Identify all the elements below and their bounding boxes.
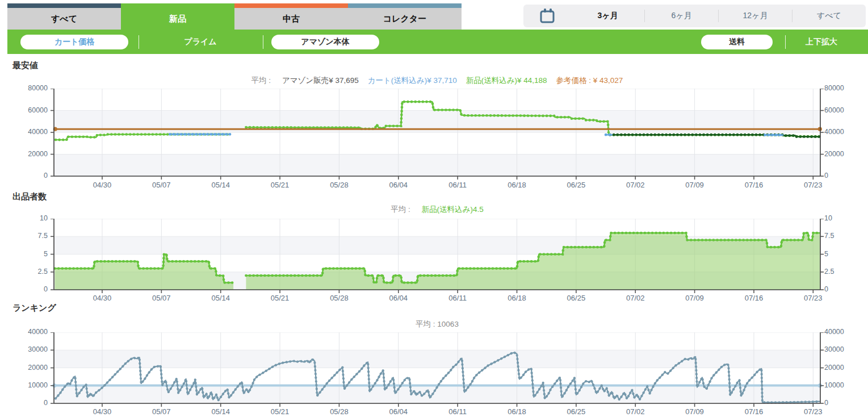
shipping-toggle[interactable]: 送料 <box>701 35 773 49</box>
y-axis-label: 80000 <box>8 84 48 92</box>
x-axis-label: 05/21 <box>257 294 303 302</box>
y-axis-label-right: 30000 <box>824 345 864 353</box>
y-axis-label: 10 <box>8 214 48 222</box>
tab-strip <box>234 3 348 8</box>
x-axis-label: 05/21 <box>257 407 303 416</box>
chart-plot <box>49 219 825 294</box>
x-axis-label: 04/30 <box>79 294 125 302</box>
y-axis-label-right: 5 <box>824 250 864 258</box>
legend-item: 平均 : 10063 <box>416 320 459 328</box>
y-axis-label: 40000 <box>8 328 48 336</box>
period-すべて[interactable]: すべて <box>792 11 866 21</box>
tab-新品[interactable]: 新品 <box>121 3 234 30</box>
x-axis-label: 07/16 <box>731 294 777 302</box>
x-axis-label: 05/07 <box>139 407 184 416</box>
x-axis-label: 05/28 <box>316 181 362 189</box>
x-axis-label: 05/14 <box>198 407 244 416</box>
y-axis-label-right: 0 <box>824 399 864 407</box>
x-axis-label: 07/09 <box>672 294 718 302</box>
y-axis-label-right: 2.5 <box>824 268 864 276</box>
y-axis-label: 30000 <box>8 345 48 353</box>
x-axis-label: 05/21 <box>257 181 303 189</box>
y-axis-label: 7.5 <box>8 232 48 240</box>
y-axis-label-right: 7.5 <box>824 232 864 240</box>
x-axis-label: 05/14 <box>198 181 244 189</box>
cart-price-toggle[interactable]: カート価格 <box>20 35 128 49</box>
x-axis-label: 06/25 <box>553 294 599 302</box>
period-3ヶ月[interactable]: 3ヶ月 <box>571 11 644 21</box>
chart-legend: 平均 : 10063 <box>54 319 820 330</box>
y-axis-label-right: 20000 <box>824 150 864 158</box>
legend-item: 平均 : <box>251 76 273 85</box>
chart-title: ランキング <box>12 303 56 314</box>
tab-strip <box>7 3 121 8</box>
x-axis-label: 06/11 <box>435 407 480 416</box>
divider <box>139 35 139 49</box>
y-axis-label-right: 10 <box>824 214 864 222</box>
chart-legend: 平均 : アマゾン販売¥ 37,695カート(送料込み)¥ 37,710新品(送… <box>54 76 820 86</box>
tab-label: すべて <box>7 8 121 30</box>
time-range-selector: 3ヶ月6ヶ月12ヶ月すべて <box>523 5 866 27</box>
x-axis-label: 06/18 <box>494 407 540 416</box>
x-axis-label: 07/09 <box>672 181 718 189</box>
amazon-toggle[interactable]: アマゾン本体 <box>271 35 379 49</box>
price-tracker-app: すべて新品中古コレクター 3ヶ月6ヶ月12ヶ月すべて カート価格プライムアマゾン… <box>0 0 868 417</box>
chart-legend: 平均 : 新品(送料込み)4.5 <box>54 205 820 215</box>
x-axis-label: 07/16 <box>731 407 777 416</box>
x-axis-label: 06/18 <box>494 294 540 302</box>
x-axis-label: 07/02 <box>613 407 658 416</box>
x-axis-label: 06/04 <box>376 407 421 416</box>
y-axis-label: 20000 <box>8 150 48 158</box>
series-toggle-bar: カート価格プライムアマゾン本体送料上下拡大 <box>7 30 868 54</box>
x-axis-label: 06/04 <box>376 181 421 189</box>
y-axis-label-right: 20000 <box>824 364 864 372</box>
x-axis-label: 05/07 <box>139 294 184 302</box>
period-6ヶ月[interactable]: 6ヶ月 <box>645 11 718 21</box>
x-axis-label: 07/23 <box>790 407 836 416</box>
x-axis-label: 05/14 <box>198 294 244 302</box>
y-axis-label: 0 <box>8 399 48 407</box>
y-axis-label-right: 10000 <box>824 381 864 389</box>
legend-item: 参考価格 : ¥ 43,027 <box>556 76 623 85</box>
tab-中古[interactable]: 中古 <box>234 3 348 30</box>
y-axis-label-right: 40000 <box>824 128 864 136</box>
x-axis-label: 07/02 <box>613 181 658 189</box>
x-axis-label: 06/04 <box>376 294 421 302</box>
x-axis-label: 06/25 <box>553 407 599 416</box>
y-axis-label-right: 60000 <box>824 106 864 114</box>
y-axis-label-right: 0 <box>824 285 864 293</box>
y-axis-label-right: 40000 <box>824 328 864 336</box>
legend-item: カート(送料込み)¥ 37,710 <box>368 76 457 85</box>
y-axis-label: 40000 <box>8 128 48 136</box>
period-12ヶ月[interactable]: 12ヶ月 <box>719 11 792 21</box>
divider <box>263 35 263 49</box>
y-axis-label: 60000 <box>8 106 48 114</box>
prime-toggle[interactable]: プライム <box>146 35 254 49</box>
y-axis-label: 0 <box>8 172 48 180</box>
tab-すべて[interactable]: すべて <box>7 3 121 30</box>
x-axis-label: 06/25 <box>553 181 599 189</box>
x-axis-label: 07/16 <box>731 181 777 189</box>
tab-label: コレクター <box>348 8 462 30</box>
y-axis-label: 5 <box>8 250 48 258</box>
legend-item: アマゾン販売¥ 37,695 <box>282 76 359 85</box>
x-axis-label: 06/11 <box>435 181 480 189</box>
y-axis-label: 0 <box>8 285 48 293</box>
y-axis-label-right: 80000 <box>824 84 864 92</box>
legend-item: 新品(送料込み)¥ 44,188 <box>466 76 547 85</box>
x-axis-label: 06/18 <box>494 181 540 189</box>
tab-label: 中古 <box>234 8 348 30</box>
x-axis-label: 04/30 <box>79 407 125 416</box>
x-axis-label: 06/11 <box>435 294 480 302</box>
legend-item: 新品(送料込み)4.5 <box>422 205 484 214</box>
y-axis-label-right: 0 <box>824 172 864 180</box>
expand-toggle[interactable]: 上下拡大 <box>793 35 850 49</box>
chart-plot <box>49 332 825 408</box>
x-axis-label: 07/09 <box>672 407 718 416</box>
calendar-icon <box>523 7 571 24</box>
tab-コレクター[interactable]: コレクター <box>348 3 462 30</box>
x-axis-label: 05/28 <box>316 407 362 416</box>
x-axis-label: 07/23 <box>790 181 836 189</box>
x-axis-label: 05/28 <box>316 294 362 302</box>
x-axis-label: 05/07 <box>139 181 184 189</box>
